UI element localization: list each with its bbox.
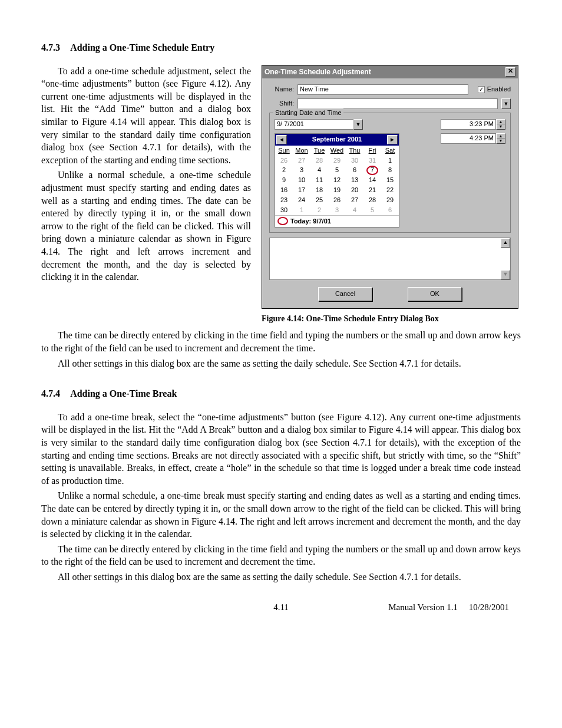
s2-p4: All other settings in this dialog box ar… [41, 571, 521, 584]
section-heading-474: 4.7.4 Adding a One-Time Break [41, 387, 521, 400]
cal-day[interactable]: 26 [328, 195, 346, 205]
ok-button[interactable]: OK [408, 287, 462, 301]
calendar-today-row[interactable]: Today: 9/7/01 [275, 215, 399, 227]
cal-day[interactable]: 4 [346, 205, 363, 215]
cal-day[interactable]: 21 [363, 185, 381, 195]
shift-select[interactable] [297, 98, 498, 109]
cal-day[interactable]: 6 [381, 205, 399, 215]
name-input[interactable]: New Time [297, 84, 468, 95]
cal-day[interactable]: 18 [310, 185, 328, 195]
cal-day[interactable]: 7 [363, 165, 381, 175]
section-heading-473: 4.7.3 Adding a One-Time Schedule Entry [41, 41, 521, 54]
cal-month-label: September 2001 [312, 135, 362, 144]
cal-dow: Tue [310, 146, 328, 156]
cal-dow: Wed [328, 146, 346, 156]
cal-dow: Sat [381, 146, 399, 156]
cal-day[interactable]: 24 [293, 195, 310, 205]
end-time-input[interactable]: 4:23 PM [441, 133, 496, 144]
date-input[interactable]: 9/ 7/2001 [275, 119, 353, 130]
cal-day[interactable]: 2 [310, 205, 328, 215]
end-time-spinner[interactable]: ▲▼ [496, 133, 505, 144]
manual-version: Manual Version 1.1 [388, 602, 458, 612]
section-number: 4.7.3 [41, 41, 60, 54]
footer-date: 10/28/2001 [469, 602, 509, 612]
cal-day[interactable]: 16 [275, 185, 293, 195]
figure-caption: Figure 4.14: One-Time Schedule Entry Dia… [262, 314, 521, 325]
cal-day[interactable]: 29 [328, 156, 346, 166]
calendar-popup: ◄ September 2001 ► SunMonTueWedThuFriSat… [275, 133, 399, 228]
s2-p1: To add a one-time break, select the “one… [41, 411, 521, 487]
section-title: Adding a One-Time Break [70, 388, 177, 398]
cal-day[interactable]: 17 [293, 185, 310, 195]
s2-p3: The time can be directly entered by clic… [41, 543, 521, 568]
section-number: 4.7.4 [41, 387, 60, 400]
cal-day[interactable]: 29 [381, 195, 399, 205]
cal-day[interactable]: 1 [293, 205, 310, 215]
calendar-grid: SunMonTueWedThuFriSat 262728293031123456… [275, 146, 399, 215]
figure-414: One-Time Schedule Adjustment ✕ Name: New… [262, 65, 521, 325]
name-label: Name: [269, 85, 294, 94]
cal-day[interactable]: 10 [293, 175, 310, 185]
cancel-button[interactable]: Cancel [318, 287, 372, 301]
s1-p4: All other settings in this dialog box ar… [41, 357, 521, 370]
cal-day[interactable]: 26 [275, 156, 293, 166]
enabled-checkbox[interactable]: ✓ [478, 86, 485, 93]
cal-day[interactable]: 13 [346, 175, 363, 185]
page-footer: 4.11 Manual Version 1.1 10/28/2001 [41, 601, 521, 613]
scroll-up-icon[interactable]: ▲ [501, 238, 510, 248]
cal-day[interactable]: 15 [381, 175, 399, 185]
group-title: Starting Date and Time [273, 108, 343, 117]
cal-dow: Thu [346, 146, 363, 156]
enabled-label: Enabled [487, 85, 511, 94]
cal-day[interactable]: 4 [310, 165, 328, 175]
cal-day[interactable]: 6 [346, 165, 363, 175]
start-time-input[interactable]: 3:23 PM [441, 119, 496, 130]
close-icon[interactable]: ✕ [505, 67, 515, 77]
cal-day[interactable]: 5 [363, 205, 381, 215]
cal-day[interactable]: 27 [293, 156, 310, 166]
cal-day[interactable]: 25 [310, 195, 328, 205]
cal-day[interactable]: 27 [346, 195, 363, 205]
cal-dow: Sun [275, 146, 293, 156]
cal-day[interactable]: 20 [346, 185, 363, 195]
cal-next-month-icon[interactable]: ► [387, 135, 398, 144]
cal-day[interactable]: 30 [275, 205, 293, 215]
cal-day[interactable]: 30 [346, 156, 363, 166]
starting-date-time-group: Starting Date and Time 9/ 7/2001 ▼ 3:23 … [269, 113, 511, 233]
section-title: Adding a One-Time Schedule Entry [70, 42, 214, 52]
cal-day[interactable]: 22 [381, 185, 399, 195]
shift-dropdown-icon[interactable]: ▼ [501, 98, 511, 109]
dialog-one-time-schedule: One-Time Schedule Adjustment ✕ Name: New… [262, 65, 518, 309]
cal-day[interactable]: 11 [310, 175, 328, 185]
cal-day[interactable]: 28 [363, 195, 381, 205]
cal-day[interactable]: 1 [381, 156, 399, 166]
today-label: Today: 9/7/01 [290, 217, 331, 226]
s2-p2: Unlike a normal schedule, a one-time bre… [41, 489, 521, 540]
s1-p3: The time can be directly entered by clic… [41, 329, 521, 354]
page-number: 4.11 [273, 601, 289, 613]
list-area: ▲ ▼ [269, 238, 511, 280]
start-time-spinner[interactable]: ▲▼ [496, 119, 505, 130]
scroll-down-icon[interactable]: ▼ [501, 270, 510, 279]
cal-day[interactable]: 31 [363, 156, 381, 166]
cal-day[interactable]: 3 [293, 165, 310, 175]
cal-dow: Mon [293, 146, 310, 156]
shift-label: Shift: [269, 99, 294, 108]
dialog-title: One-Time Schedule Adjustment [265, 67, 371, 77]
cal-day[interactable]: 3 [328, 205, 346, 215]
cal-dow: Fri [363, 146, 381, 156]
today-ring-icon [277, 217, 288, 225]
cal-day[interactable]: 19 [328, 185, 346, 195]
cal-day[interactable]: 12 [328, 175, 346, 185]
dialog-titlebar: One-Time Schedule Adjustment ✕ [262, 65, 518, 78]
cal-day[interactable]: 5 [328, 165, 346, 175]
cal-day[interactable]: 2 [275, 165, 293, 175]
cal-day[interactable]: 8 [381, 165, 399, 175]
cal-day[interactable]: 14 [363, 175, 381, 185]
cal-prev-month-icon[interactable]: ◄ [276, 135, 287, 144]
date-dropdown-icon[interactable]: ▼ [353, 119, 363, 130]
cal-day[interactable]: 23 [275, 195, 293, 205]
cal-day[interactable]: 9 [275, 175, 293, 185]
cal-day[interactable]: 28 [310, 156, 328, 166]
